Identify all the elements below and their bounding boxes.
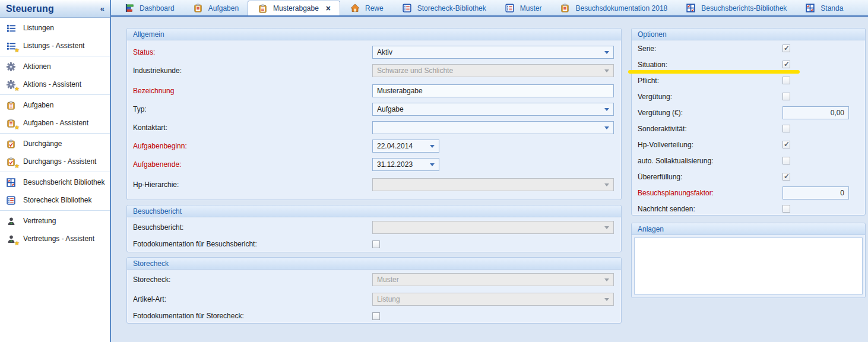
- field-label: Aufgabenende:: [133, 160, 372, 169]
- sidebar-group-aktionen: Aktionen ★ Aktions - Assistent: [0, 56, 110, 95]
- collapse-sidebar-button[interactable]: «: [100, 4, 104, 13]
- serie-checkbox[interactable]: [783, 45, 790, 52]
- fotodokumentation-besuchsbericht-checkbox[interactable]: [372, 240, 380, 248]
- sidebar-item-vertretung[interactable]: Vertretung: [0, 212, 110, 230]
- groupbox-title: Allgemein: [127, 28, 621, 40]
- star-badge-icon: ★: [14, 240, 20, 246]
- field-label: Situation:: [638, 61, 783, 69]
- sonderaktivitaet-checkbox[interactable]: [783, 125, 790, 132]
- field-label: Fotodokumentation für Storecheck:: [133, 312, 372, 320]
- industriekunde-dropdown: Schwarze und Schlichte: [372, 64, 614, 77]
- chevron-down-icon: [604, 298, 609, 303]
- uebererfuellung-checkbox[interactable]: [783, 173, 790, 180]
- nachricht-senden-checkbox[interactable]: [783, 205, 790, 213]
- field-label: Nachricht senden:: [638, 205, 783, 213]
- sidebar-item-label: Vertretungs - Assistent: [23, 235, 94, 243]
- field-label: Status:: [133, 48, 372, 56]
- situation-checkbox[interactable]: [783, 61, 790, 68]
- sidebar-item-aktionen[interactable]: Aktionen: [0, 58, 110, 75]
- option-row-auto-sollaktualisierung: auto. Sollaktualisierung:: [638, 153, 859, 169]
- option-row-verguetung-eur: Vergütung (€): 0,00: [638, 104, 859, 121]
- hp-vollverteilung-checkbox[interactable]: [783, 141, 790, 148]
- sidebar-item-label: Besuchsbericht Bibliothek: [23, 178, 104, 186]
- anlagen-attachment-area[interactable]: [634, 238, 863, 294]
- clipboard-icon: [192, 4, 204, 13]
- verguetung-checkbox[interactable]: [783, 93, 790, 100]
- field-row-artikel-art: Artikel-Art: Listung: [133, 293, 614, 306]
- fotodokumentation-storecheck-checkbox[interactable]: [372, 312, 380, 320]
- field-label: auto. Sollaktualisierung:: [638, 157, 783, 165]
- option-row-hp-vollverteilung: Hp-Vollverteilung:: [638, 137, 859, 153]
- field-label: Besuchsbericht:: [133, 223, 372, 232]
- tab-storecheck-bibliothek[interactable]: Storecheck-Bibliothek: [392, 1, 495, 15]
- clipboard-icon: [5, 100, 17, 110]
- main-content: Allgemein Status: Aktiv Industriekunde: …: [111, 17, 868, 342]
- sidebar-item-aufgaben[interactable]: Aufgaben: [0, 96, 110, 114]
- field-label: Industriekunde:: [133, 66, 372, 75]
- sidebar-item-storecheck-bibliothek[interactable]: Storecheck Bibliothek: [0, 191, 110, 209]
- checklist-icon: [504, 4, 515, 13]
- field-row-aufgabenbeginn: Aufgabenbeginn: 22.04.2014: [133, 140, 614, 153]
- typ-dropdown[interactable]: Aufgabe: [372, 103, 614, 116]
- sidebar-steuerung: Steuerung « Listungen ★ Listungs - Assis…: [0, 0, 111, 342]
- gear-assistant-icon: ★: [5, 80, 17, 89]
- document-tabbar: Dashboard Aufgaben Musterabgabe × Rewe S…: [111, 0, 868, 17]
- besuchsplanungsfaktor-input[interactable]: 0: [783, 186, 849, 200]
- kontaktart-dropdown[interactable]: [372, 121, 614, 134]
- groupbox-optionen: Optionen Serie: Situation: Pflicht: Verg…: [631, 28, 866, 216]
- pflicht-checkbox[interactable]: [783, 77, 790, 84]
- chevron-down-icon: [604, 183, 609, 189]
- field-row-typ: Typ: Aufgabe: [133, 103, 614, 116]
- tab-dashboard[interactable]: Dashboard: [115, 1, 183, 15]
- tab-besuchsberichts-bibliothek[interactable]: Besuchsberichts-Bibliothek: [676, 1, 796, 15]
- field-label: Aufgabenbeginn:: [133, 142, 372, 150]
- bezeichnung-input[interactable]: Musterabgabe: [372, 84, 614, 97]
- tab-label: Standa: [821, 4, 843, 12]
- sidebar-item-vertretungs-assistent[interactable]: ★ Vertretungs - Assistent: [0, 230, 110, 248]
- field-row-kontaktart: Kontaktart:: [133, 121, 614, 134]
- field-row-industriekunde: Industriekunde: Schwarze und Schlichte: [133, 64, 614, 77]
- aufgabenbeginn-datepicker[interactable]: 22.04.2014: [372, 140, 439, 153]
- clipboard-check-assistant-icon: ★: [5, 157, 17, 166]
- chevron-down-icon: [604, 69, 609, 75]
- tab-aufgaben[interactable]: Aufgaben: [183, 1, 248, 15]
- option-row-sonderaktivitaet: Sonderaktivität:: [638, 121, 859, 137]
- field-label: Typ:: [133, 105, 372, 113]
- tab-label: Musterabgabe: [273, 4, 319, 12]
- groupbox-title: Besuchsbericht: [127, 205, 621, 217]
- sidebar-item-label: Aktions - Assistent: [23, 80, 81, 88]
- status-dropdown[interactable]: Aktiv: [372, 46, 614, 59]
- sidebar-item-listungs-assistent[interactable]: ★ Listungs - Assistent: [0, 37, 110, 55]
- close-tab-icon[interactable]: ×: [326, 4, 331, 12]
- aufgabenende-datepicker[interactable]: 31.12.2023: [372, 158, 439, 171]
- besuchsbericht-dropdown: [372, 221, 614, 234]
- field-label: Vergütung:: [638, 93, 783, 101]
- auto-sollaktualisierung-checkbox[interactable]: [783, 157, 790, 164]
- option-row-verguetung: Vergütung:: [638, 88, 859, 104]
- groupbox-title: Storecheck: [127, 258, 621, 270]
- option-row-uebererfuellung: Übererfüllung:: [638, 169, 859, 185]
- tab-besuchsdokumentation-2018[interactable]: Besuchsdokumentation 2018: [550, 1, 676, 15]
- sidebar-item-aktions-assistent[interactable]: ★ Aktions - Assistent: [0, 75, 110, 93]
- option-row-nachricht-senden: Nachricht senden:: [638, 201, 859, 217]
- option-row-besuchsplanungsfaktor: Besuchsplanungsfaktor: 0: [638, 185, 859, 201]
- tab-label: Aufgaben: [208, 4, 239, 12]
- field-label: Hp-Vollverteilung:: [638, 141, 783, 149]
- sidebar-title: Steuerung: [6, 4, 54, 14]
- sidebar-item-besuchsbericht-bibliothek[interactable]: Besuchsbericht Bibliothek: [0, 173, 110, 191]
- chevron-down-icon: [604, 126, 609, 132]
- verguetung-eur-input[interactable]: 0,00: [783, 106, 849, 119]
- tab-rewe[interactable]: Rewe: [340, 1, 392, 15]
- chevron-down-icon: [604, 226, 609, 232]
- clipboard-icon: [559, 4, 571, 13]
- sidebar-item-aufgaben-assistent[interactable]: ★ Aufgaben - Assistent: [0, 114, 110, 132]
- sidebar-item-label: Vertretung: [23, 217, 56, 225]
- sidebar-group-vertretung: Vertretung ★ Vertretungs - Assistent: [0, 211, 110, 249]
- sidebar-item-durchgaenge[interactable]: Durchgänge: [0, 135, 110, 153]
- sidebar-item-durchgangs-assistent[interactable]: ★ Durchgangs - Assistent: [0, 153, 110, 170]
- tab-muster[interactable]: Muster: [495, 1, 551, 15]
- star-badge-icon: ★: [14, 86, 20, 92]
- sidebar-item-listungen[interactable]: Listungen: [0, 19, 110, 37]
- tab-standard[interactable]: Standa: [796, 1, 852, 15]
- tab-musterabgabe[interactable]: Musterabgabe ×: [248, 1, 340, 15]
